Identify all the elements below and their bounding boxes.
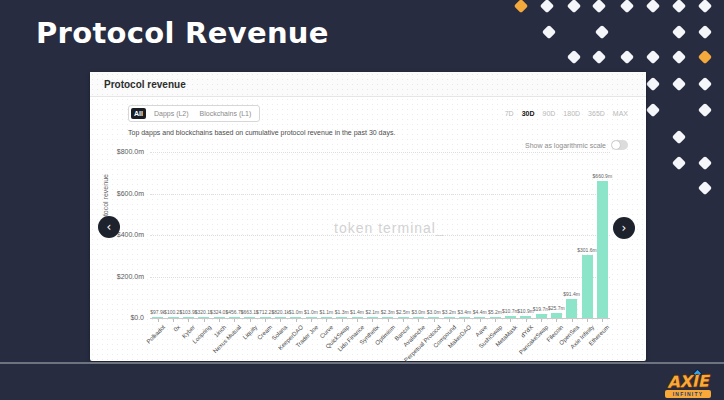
diamond-icon xyxy=(592,50,606,64)
diamond-icon xyxy=(698,25,712,39)
protocol-revenue-card: Protocol revenue AllDapps (L2)Blockchain… xyxy=(90,72,646,361)
bar-lido-finance[interactable] xyxy=(352,317,363,318)
diamond-icon xyxy=(514,0,528,13)
bar-compound[interactable] xyxy=(444,317,455,318)
x-tick-mark xyxy=(265,319,266,322)
x-tick-mark xyxy=(464,319,465,322)
x-tick-mark xyxy=(219,319,220,322)
diamond-icon xyxy=(672,25,686,39)
x-tick-mark xyxy=(495,319,496,322)
gridline-200 xyxy=(150,277,610,278)
bar-value-label: $3.2m xyxy=(442,309,456,315)
bar-liquity[interactable] xyxy=(244,317,255,318)
bar-value-label: $1.4m xyxy=(350,309,364,315)
bar-kyber[interactable] xyxy=(183,317,194,318)
x-tick-mark xyxy=(250,319,251,322)
bar-polkadot[interactable] xyxy=(152,317,163,318)
diamond-icon xyxy=(698,50,712,64)
bar-dydx[interactable] xyxy=(520,316,531,318)
diamond-icon xyxy=(698,77,712,91)
x-tick-mark xyxy=(280,319,281,322)
diamond-icon xyxy=(646,50,660,64)
bar-aave[interactable] xyxy=(474,317,485,318)
bar-curve[interactable] xyxy=(321,317,332,318)
gridline-600 xyxy=(150,194,610,195)
gridline-800 xyxy=(150,152,610,153)
x-tick-mark xyxy=(526,319,527,322)
diamond-icon xyxy=(540,0,554,13)
bar-bancor[interactable] xyxy=(398,317,409,318)
bar-perpetual-protocol[interactable] xyxy=(428,317,439,318)
x-tick-mark xyxy=(204,319,205,322)
diamond-icon xyxy=(672,50,686,64)
bar-avalanche[interactable] xyxy=(413,317,424,318)
bar-axie-infinity[interactable] xyxy=(582,255,593,318)
x-tick-mark xyxy=(556,319,557,322)
bar-value-label: $1.3m xyxy=(335,309,349,315)
diamond-icon xyxy=(672,130,686,144)
diamond-icon xyxy=(567,50,581,64)
bar-sushiswap[interactable] xyxy=(490,317,501,318)
bar-keeperdao[interactable] xyxy=(290,317,301,318)
bar-opensea[interactable] xyxy=(566,299,577,318)
bar-value-label: $5.2m xyxy=(488,309,502,315)
diamond-icon xyxy=(698,103,712,117)
prev-chart-button[interactable]: ‹ xyxy=(98,216,120,238)
diamond-icon xyxy=(567,0,581,13)
bar-optimism[interactable] xyxy=(382,317,393,318)
bar-metamask[interactable] xyxy=(505,316,516,318)
next-chart-button[interactable]: › xyxy=(613,217,635,239)
x-tick-mark xyxy=(418,319,419,322)
bar-filecoin[interactable] xyxy=(551,313,562,318)
bar-value-label: $25.7m xyxy=(548,305,565,311)
x-tick-mark xyxy=(296,319,297,322)
x-axis-label: Cream xyxy=(256,324,273,341)
bar-pancakeswap[interactable] xyxy=(536,314,547,318)
x-tick-mark xyxy=(434,319,435,322)
bar-value-label: $10.7m xyxy=(502,308,519,314)
bar-1inch[interactable] xyxy=(214,317,225,318)
bar-value-label: $10.9m xyxy=(517,308,534,314)
x-tick-mark xyxy=(188,319,189,322)
x-tick-mark xyxy=(541,319,542,322)
bar-value-label: $2.5m xyxy=(396,309,410,315)
axie-infinity-logo: AXIE INFINITY xyxy=(660,373,716,398)
bar-value-label: $4.4m xyxy=(473,309,487,315)
x-tick-mark xyxy=(234,319,235,322)
x-tick-mark xyxy=(587,319,588,322)
bar-value-label: $97.9k xyxy=(150,309,165,315)
x-tick-mark xyxy=(173,319,174,322)
bar-loopring[interactable] xyxy=(198,317,209,318)
bar-value-label: $3.0m xyxy=(427,309,441,315)
x-tick-mark xyxy=(311,319,312,322)
page-title: Protocol Revenue xyxy=(36,16,329,50)
bar-trader-joe[interactable] xyxy=(306,317,317,318)
bar-value-label: $820.1k xyxy=(271,309,289,315)
y-tick-label: $200.0m xyxy=(96,273,144,280)
bar-value-label: $19.7m xyxy=(533,306,550,312)
x-tick-mark xyxy=(158,319,159,322)
bar-synthetix[interactable] xyxy=(367,317,378,318)
x-axis-label: Liquity xyxy=(241,324,258,341)
x-tick-mark xyxy=(403,319,404,322)
bar-0x[interactable] xyxy=(168,317,179,318)
bar-chart: Protocol revenue token terminal_ $800.0m… xyxy=(90,72,646,361)
bar-value-label: $3.4m xyxy=(457,309,471,315)
diamond-icon xyxy=(698,0,712,13)
bar-nexus-mutual[interactable] xyxy=(229,317,240,318)
bar-quickswap[interactable] xyxy=(336,317,347,318)
bar-value-label: $1.0m xyxy=(289,309,303,315)
bar-ethereum[interactable] xyxy=(597,181,608,318)
bar-solana[interactable] xyxy=(275,317,286,318)
footer-divider xyxy=(0,362,724,364)
x-tick-mark xyxy=(602,319,603,322)
diamond-icon xyxy=(646,103,660,117)
token-terminal-watermark: token terminal_ xyxy=(334,220,445,236)
x-tick-mark xyxy=(480,319,481,322)
bar-makerdao[interactable] xyxy=(459,317,470,318)
diamond-icon xyxy=(620,50,634,64)
x-tick-mark xyxy=(342,319,343,322)
x-tick-mark xyxy=(357,319,358,322)
y-tick-label: $600.0m xyxy=(96,190,144,197)
bar-cream[interactable] xyxy=(260,317,271,318)
